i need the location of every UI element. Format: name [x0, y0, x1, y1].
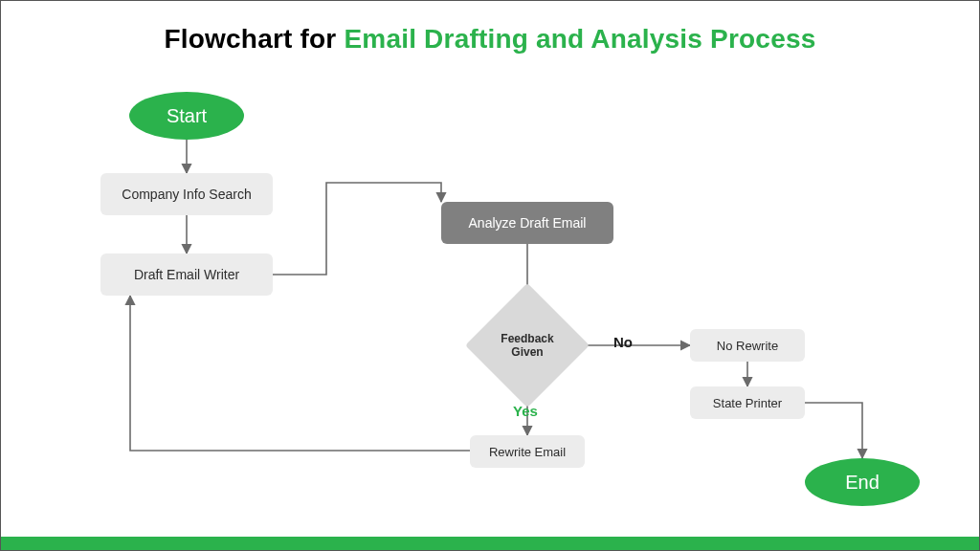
start-node: Start: [129, 92, 244, 140]
company-info-search-node: Company Info Search: [100, 173, 273, 215]
footer-bar: [1, 537, 979, 550]
title-prefix: Flowchart for: [165, 24, 345, 54]
rewrite-email-node: Rewrite Email: [470, 435, 585, 468]
no-rewrite-node: No Rewrite: [690, 329, 805, 362]
flowchart-frame: Flowchart for Email Drafting and Analysi…: [0, 0, 980, 551]
edge-label-yes: Yes: [513, 403, 538, 419]
analyze-draft-email-node: Analyze Draft Email: [441, 202, 613, 244]
state-printer-node: State Printer: [690, 386, 805, 419]
end-node: End: [805, 458, 920, 506]
edge-label-no: No: [613, 334, 633, 350]
page-title: Flowchart for Email Drafting and Analysi…: [1, 24, 979, 55]
decision-label: Feedback Given: [483, 301, 571, 389]
draft-email-writer-node: Draft Email Writer: [100, 253, 273, 296]
feedback-decision-node: Feedback Given: [483, 301, 571, 389]
title-accent: Email Drafting and Analysis Process: [344, 24, 815, 54]
